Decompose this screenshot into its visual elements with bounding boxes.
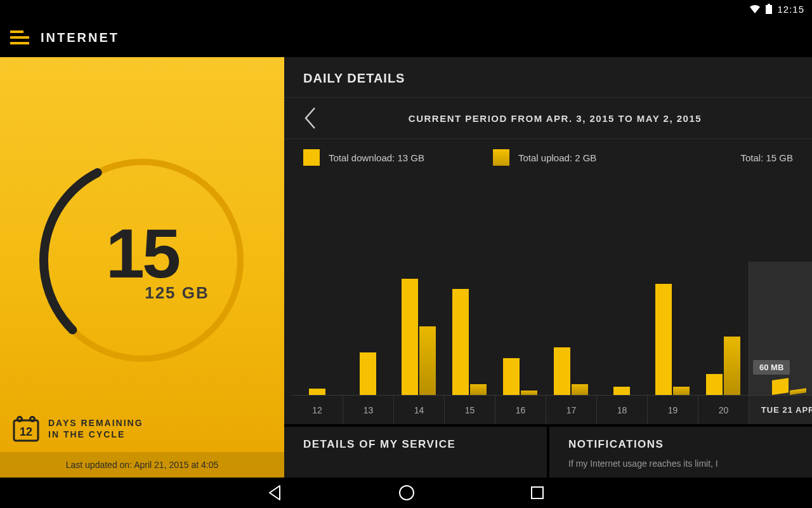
chart-bar[interactable] [495, 262, 546, 395]
chart-bar[interactable] [292, 262, 343, 395]
usage-chart[interactable]: 60 MB6 MB 121314151617181920TUE 21 APR.2… [284, 176, 812, 424]
chart-axis-tick: TUE 21 APR. [749, 396, 812, 424]
notifications-section[interactable]: NOTIFICATIONS If my Internet usage reach… [549, 427, 812, 478]
back-button[interactable] [267, 485, 284, 501]
chart-bar[interactable] [444, 262, 495, 395]
chart-axis-tick: 16 [495, 396, 546, 424]
notifications-title: NOTIFICATIONS [568, 438, 793, 451]
usage-ring: 15 125 GB [34, 152, 250, 368]
legend-total: Total: 15 GB [740, 152, 793, 163]
chart-bar[interactable] [698, 262, 749, 395]
menu-icon[interactable] [10, 30, 29, 44]
chart-bar-selected[interactable]: 60 MB6 MB [749, 262, 812, 395]
notifications-preview: If my Internet usage reaches its limit, … [568, 458, 793, 469]
svg-rect-1 [768, 4, 770, 5]
upload-swatch-icon [493, 149, 509, 166]
usage-quota: 125 GB [145, 283, 209, 303]
usage-value: 15 [106, 218, 178, 288]
legend-upload: Total upload: 2 GB [518, 152, 596, 163]
days-remaining-label: DAYS REMAINING IN THE CYCLE [48, 417, 143, 440]
app-title: INTERNET [41, 30, 119, 45]
period-label: CURRENT PERIOD FROM APR. 3, 2015 TO MAY … [317, 113, 793, 124]
daily-details-title: DAILY DETAILS [284, 57, 812, 97]
svg-text:12: 12 [20, 425, 32, 438]
wifi-icon [749, 4, 761, 13]
previous-period-button[interactable] [303, 107, 317, 130]
chart-bar[interactable] [647, 262, 698, 395]
svg-point-5 [30, 417, 35, 422]
calendar-icon: 12 [13, 415, 39, 442]
recent-apps-button[interactable] [530, 485, 545, 500]
service-details-title: DETAILS OF MY SERVICE [303, 438, 528, 451]
chart-bar[interactable] [393, 262, 444, 395]
chart-bar[interactable] [596, 262, 647, 395]
svg-rect-0 [766, 5, 772, 14]
download-swatch-icon [303, 149, 320, 166]
chart-axis-tick: 15 [444, 396, 495, 424]
chart-axis-tick: 18 [596, 396, 647, 424]
last-updated-text: Last updated on: April 21, 2015 at 4:05 [0, 452, 284, 478]
period-selector: CURRENT PERIOD FROM APR. 3, 2015 TO MAY … [284, 97, 812, 139]
legend-download: Total download: 13 GB [329, 152, 424, 163]
status-bar: 12:15 [0, 0, 812, 18]
system-nav-bar [0, 478, 812, 508]
svg-rect-8 [532, 487, 543, 498]
svg-point-4 [18, 417, 22, 422]
bottom-sections: DETAILS OF MY SERVICE NOTIFICATIONS If m… [284, 424, 812, 478]
chart-legend: Total download: 13 GB Total upload: 2 GB… [284, 139, 812, 176]
chart-axis-tick: 19 [647, 396, 698, 424]
chart-bar[interactable] [546, 262, 596, 395]
tooltip-download: 60 MB [753, 360, 790, 375]
app-bar: INTERNET [0, 18, 812, 57]
main-content: 15 125 GB 12 DAYS REMAINING IN THE CYCLE… [0, 57, 812, 478]
home-button[interactable] [398, 484, 416, 502]
days-remaining-row: 12 DAYS REMAINING IN THE CYCLE [13, 415, 272, 442]
usage-summary-panel: 15 125 GB 12 DAYS REMAINING IN THE CYCLE… [0, 57, 284, 478]
battery-icon [766, 4, 772, 14]
chart-axis-tick: 12 [292, 396, 343, 424]
service-details-section[interactable]: DETAILS OF MY SERVICE [284, 427, 549, 478]
chart-axis-tick: 14 [393, 396, 444, 424]
chart-axis-tick: 17 [546, 396, 596, 424]
chart-axis-tick: 20 [698, 396, 749, 424]
status-time: 12:15 [777, 4, 804, 15]
svg-point-7 [400, 486, 414, 500]
chart-axis-tick: 13 [343, 396, 393, 424]
details-panel: DAILY DETAILS CURRENT PERIOD FROM APR. 3… [284, 57, 812, 478]
chart-bar[interactable] [343, 262, 393, 395]
